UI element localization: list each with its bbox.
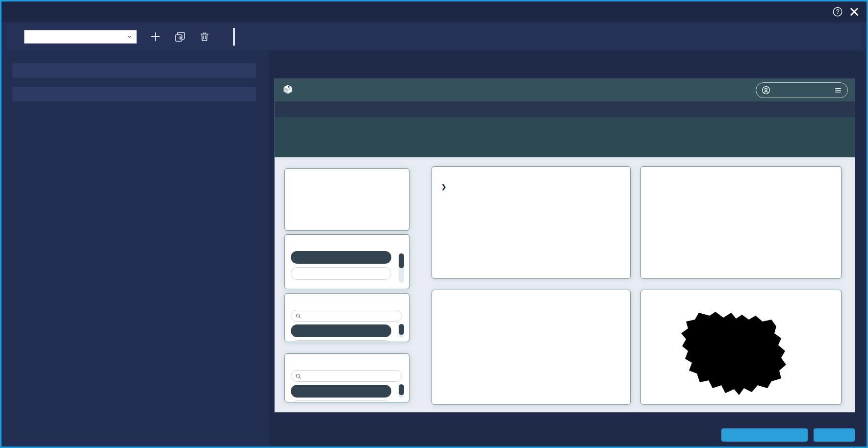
service-search-input[interactable] [304,373,398,379]
dashboard-header [275,79,855,101]
genre-selected-option[interactable] [291,324,391,337]
dashboard-sub-tabs [275,140,855,157]
widget-title [285,298,409,309]
widget-title [285,173,409,184]
hamburger-menu-icon [834,86,842,95]
duplicate-icon [174,31,186,43]
service-filter-widget [284,353,409,402]
titre-panel [12,87,256,101]
widget-title [285,358,409,369]
days-by-service-bar-chart [640,166,842,279]
service-selected-option[interactable] [291,385,391,398]
genre-option-partial[interactable] [291,340,391,342]
preview-tabs [269,50,867,56]
absenteeism-rate-line-chart: ❯ [432,166,631,279]
user-menu[interactable] [756,82,848,98]
svg-text:?: ? [836,8,840,15]
objet-panel [12,63,256,78]
toolbar-divider [233,28,235,46]
genre-search[interactable] [291,310,402,322]
brand-logo [281,84,298,97]
chart-title [432,171,630,182]
service-option-partial[interactable] [291,400,391,402]
help-icon: ? [832,6,843,17]
breadcrumb-arrow-icon: ❯ [441,183,446,190]
filtered-elements-widget [284,168,409,231]
date-selected-option[interactable] [291,251,391,264]
chevron-down-icon [127,34,132,40]
search-icon [295,373,302,379]
drill-breadcrumb[interactable]: ❯ [438,183,450,190]
scrollbar-thumb[interactable] [399,253,404,268]
scrollbar-thumb[interactable] [399,384,404,395]
current-theme-select[interactable] [24,30,137,44]
user-icon [761,85,771,95]
trash-icon [199,31,210,43]
dashboard-preview: ❯ [275,79,855,412]
pie-chart-svg [432,290,631,405]
digdash-cube-icon [281,84,294,97]
date-option[interactable] [291,267,391,280]
dashboard-content: ❯ [275,157,855,412]
service-search[interactable] [291,370,402,382]
absence-causes-pie-chart [432,290,631,405]
duplicate-theme-button[interactable] [174,31,186,43]
chart-title [641,171,841,182]
settings-sidebar [7,50,264,447]
genre-search-input[interactable] [304,312,398,319]
scrollbar[interactable] [399,324,404,338]
dialog-footer [721,428,855,442]
save-theme-button[interactable] [721,428,808,442]
close-icon [849,6,860,17]
genre-filter-widget [284,293,409,342]
dimension-filter-bar [275,101,855,117]
theme-toolbar [6,24,862,50]
add-theme-button[interactable] [150,31,161,43]
scrollbar[interactable] [399,253,404,283]
absenteeism-by-department-map [640,290,842,405]
dashboard-page-tabs [275,117,855,140]
date-filter-widget [284,234,409,289]
close-dialog-button[interactable] [814,428,855,442]
help-button[interactable]: ? [832,6,843,17]
scrollbar[interactable] [399,384,404,398]
ile-de-france-map [641,290,842,405]
delete-theme-button[interactable] [199,31,210,43]
theme-preview-pane: ❯ [269,50,867,447]
close-button[interactable] [849,6,860,17]
title-bar: ? [1,1,867,22]
widget-title [285,239,409,250]
scrollbar-thumb[interactable] [399,324,404,335]
plus-icon [150,31,161,43]
search-icon [295,313,302,319]
theme-editor-window: ? [0,0,868,448]
